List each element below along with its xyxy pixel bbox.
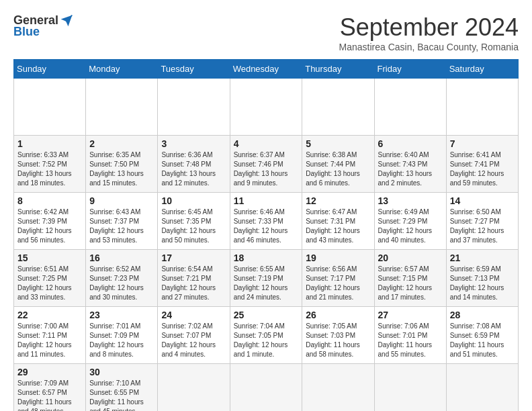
calendar-cell: 22Sunrise: 7:00 AMSunset: 7:11 PMDayligh… — [14, 307, 86, 364]
day-info: Sunrise: 6:50 AMSunset: 7:27 PMDaylight:… — [450, 208, 515, 245]
calendar-cell — [302, 79, 374, 136]
day-info: Sunrise: 6:52 AMSunset: 7:23 PMDaylight:… — [89, 265, 154, 302]
calendar-cell: 27Sunrise: 7:06 AMSunset: 7:01 PMDayligh… — [374, 307, 446, 364]
month-title: September 2024 — [339, 13, 519, 42]
day-info: Sunrise: 6:57 AMSunset: 7:15 PMDaylight:… — [378, 265, 443, 302]
day-info: Sunrise: 7:05 AMSunset: 7:03 PMDaylight:… — [306, 322, 370, 359]
calendar-cell: 2Sunrise: 6:35 AMSunset: 7:50 PMDaylight… — [86, 136, 158, 193]
day-info: Sunrise: 6:38 AMSunset: 7:44 PMDaylight:… — [306, 150, 370, 188]
day-number: 10 — [161, 195, 226, 206]
day-info: Sunrise: 7:06 AMSunset: 7:01 PMDaylight:… — [378, 322, 443, 359]
col-thursday: Thursday — [302, 60, 374, 79]
calendar-cell: 18Sunrise: 6:55 AMSunset: 7:19 PMDayligh… — [230, 250, 302, 307]
day-number: 28 — [450, 310, 515, 320]
day-info: Sunrise: 6:36 AMSunset: 7:48 PMDaylight:… — [161, 150, 226, 188]
day-number: 23 — [89, 310, 154, 320]
day-number: 21 — [450, 253, 515, 263]
day-number: 26 — [306, 310, 370, 320]
day-info: Sunrise: 7:02 AMSunset: 7:07 PMDaylight:… — [161, 322, 226, 359]
day-info: Sunrise: 6:42 AMSunset: 7:39 PMDaylight:… — [17, 208, 82, 245]
day-number: 12 — [306, 195, 370, 206]
day-number: 5 — [306, 138, 370, 149]
calendar-cell — [446, 364, 518, 412]
calendar-cell: 17Sunrise: 6:54 AMSunset: 7:21 PMDayligh… — [158, 250, 230, 307]
calendar-cell: 28Sunrise: 7:08 AMSunset: 6:59 PMDayligh… — [446, 307, 518, 364]
day-info: Sunrise: 7:00 AMSunset: 7:11 PMDaylight:… — [17, 322, 82, 359]
logo-blue: Blue — [13, 25, 40, 39]
calendar-week-3: 15Sunrise: 6:51 AMSunset: 7:25 PMDayligh… — [14, 250, 519, 307]
day-number: 17 — [161, 253, 226, 263]
day-info: Sunrise: 7:10 AMSunset: 6:55 PMDaylight:… — [89, 379, 154, 411]
col-sunday: Sunday — [14, 60, 86, 79]
calendar-week-2: 8Sunrise: 6:42 AMSunset: 7:39 PMDaylight… — [14, 193, 519, 250]
day-info: Sunrise: 7:04 AMSunset: 7:05 PMDaylight:… — [234, 322, 299, 359]
calendar-header-row: Sunday Monday Tuesday Wednesday Thursday… — [14, 60, 519, 79]
calendar-cell: 21Sunrise: 6:59 AMSunset: 7:13 PMDayligh… — [446, 250, 518, 307]
day-number: 11 — [234, 195, 299, 206]
calendar-cell: 29Sunrise: 7:09 AMSunset: 6:57 PMDayligh… — [14, 364, 86, 412]
logo-bird-icon — [60, 14, 73, 28]
col-monday: Monday — [86, 60, 158, 79]
calendar-cell: 4Sunrise: 6:37 AMSunset: 7:46 PMDaylight… — [230, 136, 302, 193]
calendar-cell: 25Sunrise: 7:04 AMSunset: 7:05 PMDayligh… — [230, 307, 302, 364]
day-number: 3 — [161, 138, 226, 149]
location-subtitle: Manastirea Casin, Bacau County, Romania — [339, 42, 519, 52]
day-info: Sunrise: 6:43 AMSunset: 7:37 PMDaylight:… — [89, 208, 154, 245]
day-number: 2 — [89, 138, 154, 149]
day-info: Sunrise: 6:41 AMSunset: 7:41 PMDaylight:… — [450, 150, 515, 188]
day-info: Sunrise: 6:51 AMSunset: 7:25 PMDaylight:… — [17, 265, 82, 302]
day-number: 24 — [161, 310, 226, 320]
day-number: 13 — [378, 195, 443, 206]
calendar-week-4: 22Sunrise: 7:00 AMSunset: 7:11 PMDayligh… — [14, 307, 519, 364]
calendar-cell: 3Sunrise: 6:36 AMSunset: 7:48 PMDaylight… — [158, 136, 230, 193]
calendar-cell: 7Sunrise: 6:41 AMSunset: 7:41 PMDaylight… — [446, 136, 518, 193]
day-number: 6 — [378, 138, 443, 149]
day-number: 30 — [89, 367, 154, 377]
calendar-cell: 1Sunrise: 6:33 AMSunset: 7:52 PMDaylight… — [14, 136, 86, 193]
day-number: 20 — [378, 253, 443, 263]
day-number: 14 — [450, 195, 515, 206]
page-header: General Blue September 2024 Manastirea C… — [13, 13, 519, 52]
calendar-cell: 10Sunrise: 6:45 AMSunset: 7:35 PMDayligh… — [158, 193, 230, 250]
day-info: Sunrise: 7:09 AMSunset: 6:57 PMDaylight:… — [17, 379, 82, 411]
day-number: 29 — [17, 367, 82, 377]
calendar-cell — [14, 79, 86, 136]
calendar-cell: 14Sunrise: 6:50 AMSunset: 7:27 PMDayligh… — [446, 193, 518, 250]
day-number: 25 — [234, 310, 299, 320]
day-number: 18 — [234, 253, 299, 263]
day-info: Sunrise: 7:08 AMSunset: 6:59 PMDaylight:… — [450, 322, 515, 359]
day-info: Sunrise: 6:45 AMSunset: 7:35 PMDaylight:… — [161, 208, 226, 245]
calendar-cell — [446, 79, 518, 136]
logo: General Blue — [13, 13, 73, 39]
calendar-week-0 — [14, 79, 519, 136]
day-number: 15 — [17, 253, 82, 263]
calendar-cell: 13Sunrise: 6:49 AMSunset: 7:29 PMDayligh… — [374, 193, 446, 250]
calendar-week-1: 1Sunrise: 6:33 AMSunset: 7:52 PMDaylight… — [14, 136, 519, 193]
calendar-cell: 15Sunrise: 6:51 AMSunset: 7:25 PMDayligh… — [14, 250, 86, 307]
calendar-cell — [374, 364, 446, 412]
day-number: 19 — [306, 253, 370, 263]
calendar-cell: 20Sunrise: 6:57 AMSunset: 7:15 PMDayligh… — [374, 250, 446, 307]
day-info: Sunrise: 6:55 AMSunset: 7:19 PMDaylight:… — [234, 265, 299, 302]
calendar-cell: 6Sunrise: 6:40 AMSunset: 7:43 PMDaylight… — [374, 136, 446, 193]
calendar-cell — [302, 364, 374, 412]
col-saturday: Saturday — [446, 60, 518, 79]
calendar-cell: 12Sunrise: 6:47 AMSunset: 7:31 PMDayligh… — [302, 193, 374, 250]
day-info: Sunrise: 6:35 AMSunset: 7:50 PMDaylight:… — [89, 150, 154, 188]
day-info: Sunrise: 6:40 AMSunset: 7:43 PMDaylight:… — [378, 150, 443, 188]
calendar-cell — [374, 79, 446, 136]
col-friday: Friday — [374, 60, 446, 79]
day-number: 9 — [89, 195, 154, 206]
calendar-cell — [230, 364, 302, 412]
day-info: Sunrise: 7:01 AMSunset: 7:09 PMDaylight:… — [89, 322, 154, 359]
calendar-cell: 16Sunrise: 6:52 AMSunset: 7:23 PMDayligh… — [86, 250, 158, 307]
calendar-cell: 24Sunrise: 7:02 AMSunset: 7:07 PMDayligh… — [158, 307, 230, 364]
calendar-cell — [230, 79, 302, 136]
day-info: Sunrise: 6:49 AMSunset: 7:29 PMDaylight:… — [378, 208, 443, 245]
col-wednesday: Wednesday — [230, 60, 302, 79]
calendar-cell: 8Sunrise: 6:42 AMSunset: 7:39 PMDaylight… — [14, 193, 86, 250]
day-number: 7 — [450, 138, 515, 149]
calendar-cell: 11Sunrise: 6:46 AMSunset: 7:33 PMDayligh… — [230, 193, 302, 250]
calendar-cell: 9Sunrise: 6:43 AMSunset: 7:37 PMDaylight… — [86, 193, 158, 250]
day-info: Sunrise: 6:54 AMSunset: 7:21 PMDaylight:… — [161, 265, 226, 302]
